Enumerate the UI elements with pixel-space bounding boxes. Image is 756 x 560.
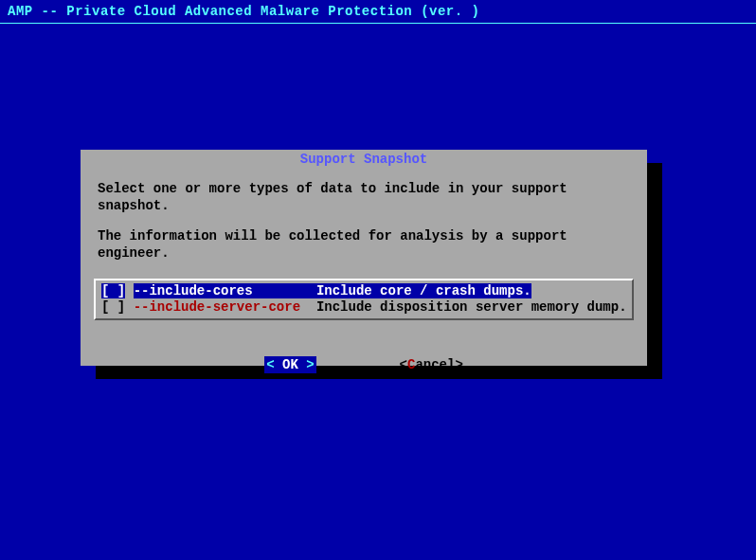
instruction-line-1: Select one or more types of data to incl… bbox=[98, 180, 630, 214]
ok-button-label: OK bbox=[275, 357, 307, 372]
option-desc: Include core / crash dumps. bbox=[316, 283, 531, 298]
cancel-button[interactable]: <Cancel> bbox=[400, 356, 463, 373]
instruction-line-2: The information will be collected for an… bbox=[98, 227, 630, 262]
spacer bbox=[98, 214, 630, 227]
window-title-bar: AMP -- Private Cloud Advanced Malware Pr… bbox=[0, 0, 756, 24]
dialog-container: Support Snapshot Select one or more type… bbox=[81, 150, 647, 366]
button-row: < OK > <Cancel> bbox=[81, 356, 647, 373]
option-desc: Include disposition server memory dump. bbox=[316, 299, 627, 315]
ok-button[interactable]: < OK > bbox=[264, 356, 315, 373]
options-list: [ ] --include-cores Include core / crash… bbox=[94, 279, 634, 320]
chevron-left-icon: < bbox=[266, 357, 274, 372]
checkbox-icon[interactable]: [ ] bbox=[101, 283, 125, 298]
dialog-title: Support Snapshot bbox=[81, 150, 647, 167]
window-title: AMP -- Private Cloud Advanced Malware Pr… bbox=[8, 4, 479, 19]
option-include-server-core[interactable]: [ ] --include-server-core Include dispos… bbox=[101, 299, 626, 316]
chevron-right-icon: > bbox=[306, 357, 314, 372]
option-include-cores[interactable]: [ ] --include-cores Include core / crash… bbox=[101, 283, 626, 299]
option-flag: --include-server-core bbox=[134, 299, 300, 315]
dialog-body: Select one or more types of data to incl… bbox=[81, 167, 647, 262]
support-snapshot-dialog: Support Snapshot Select one or more type… bbox=[81, 150, 647, 366]
checkbox-icon[interactable]: [ ] bbox=[101, 299, 125, 315]
option-flag: --include-cores bbox=[134, 283, 300, 298]
cancel-button-label: ancel> bbox=[415, 357, 462, 372]
